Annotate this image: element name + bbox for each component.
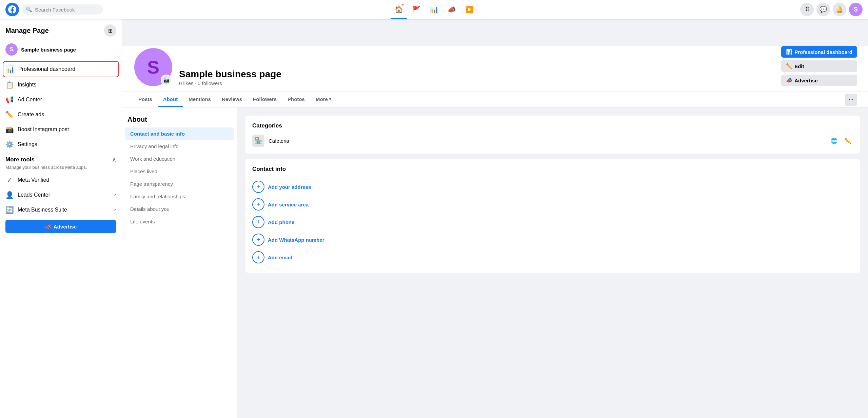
category-actions: 🌐 ✏️: [829, 135, 853, 146]
add-service-area-label: Add service area: [268, 202, 309, 207]
top-navigation: 🔍 🏠 🚩 📊 📣 ▶️ ⠿ 💬 🔔 S: [0, 0, 868, 19]
sidebar-item-leads-center[interactable]: 👤 Leads Center ↗: [3, 187, 119, 202]
about-nav-details-about[interactable]: Details about you: [125, 203, 234, 215]
search-bar[interactable]: 🔍: [22, 4, 103, 15]
more-tools-title: More tools: [5, 156, 35, 163]
tab-mentions[interactable]: Mentions: [183, 92, 216, 107]
cover-photo: [122, 19, 868, 46]
tabs-ellipsis-button[interactable]: ···: [845, 94, 857, 106]
edit-icon: ✏️: [786, 63, 792, 69]
play-icon: ▶️: [465, 5, 474, 14]
contact-item-email[interactable]: + Add email: [252, 248, 853, 266]
about-main: Categories 🏪 Cafeteria 🌐 ✏️: [237, 107, 868, 418]
sidebar-label-leads-center: Leads Center: [18, 192, 50, 198]
tab-about[interactable]: About: [158, 92, 183, 107]
about-nav-work-education[interactable]: Work and education: [125, 153, 234, 165]
avatar-letter: S: [147, 57, 159, 78]
sidebar-label-meta-verified: Meta Verified: [18, 177, 49, 183]
pencil-icon: ✏️: [844, 138, 851, 144]
sidebar-page-item[interactable]: S Sample business page: [3, 41, 119, 58]
facebook-logo[interactable]: [5, 3, 19, 16]
ellipsis-icon: ···: [849, 97, 853, 103]
advertise-header-button[interactable]: 📣 Advertise: [781, 75, 857, 86]
nav-play-button[interactable]: ▶️: [461, 1, 477, 18]
search-input[interactable]: [35, 7, 99, 13]
about-section-title: About: [122, 113, 237, 127]
professional-dashboard-button[interactable]: 📊 Professional dashboard: [781, 46, 857, 58]
nav-megaphone-button[interactable]: 📣: [443, 1, 460, 18]
nav-home-button[interactable]: 🏠: [391, 1, 407, 18]
advertise-header-label: Advertise: [794, 78, 817, 83]
category-globe-button[interactable]: 🌐: [829, 135, 840, 146]
nav-right: ⠿ 💬 🔔 S: [800, 3, 863, 16]
sidebar-item-boost-instagram[interactable]: 📸 Boost Instagram post: [3, 122, 119, 137]
tab-followers[interactable]: Followers: [248, 92, 282, 107]
advertise-megaphone-icon: 📣: [45, 223, 52, 230]
about-nav-privacy-legal[interactable]: Privacy and legal info: [125, 140, 234, 153]
about-nav-family-relationships[interactable]: Family and relationships: [125, 190, 234, 203]
tab-reviews[interactable]: Reviews: [216, 92, 248, 107]
sidebar-item-meta-business-suite[interactable]: 🔄 Meta Business Suite ↗: [3, 202, 119, 217]
sidebar-label-ad-center: Ad Center: [18, 97, 42, 103]
advertise-header-icon: 📣: [786, 77, 792, 83]
about-nav-places-lived[interactable]: Places lived: [125, 165, 234, 178]
sidebar-label-create-ads: Create ads: [18, 112, 44, 118]
add-service-area-icon: +: [252, 198, 264, 211]
settings-icon: ⚙️: [5, 140, 14, 148]
create-ads-icon: ✏️: [5, 111, 14, 119]
notifications-button[interactable]: 🔔: [833, 3, 846, 16]
categories-section: Categories 🏪 Cafeteria 🌐 ✏️: [245, 116, 860, 154]
sidebar-menu: 📊 Professional dashboard 📋 Insights 📢 Ad…: [3, 61, 119, 152]
user-avatar-button[interactable]: S: [849, 3, 863, 16]
sidebar-item-professional-dashboard[interactable]: 📊 Professional dashboard: [3, 61, 119, 77]
sidebar-menu-icon-button[interactable]: ⊞: [104, 24, 116, 37]
profile-stats: 0 likes · 0 followers: [179, 80, 776, 86]
contact-item-address[interactable]: + Add your address: [252, 178, 853, 196]
meta-verified-icon: ✓: [5, 176, 14, 184]
stat-separator: ·: [195, 80, 198, 86]
tabs-list: Posts About Mentions Reviews Followers P…: [133, 92, 337, 107]
add-address-icon: +: [252, 181, 264, 193]
about-nav-page-transparency[interactable]: Page transparency: [125, 178, 234, 190]
category-name: Cafeteria: [269, 138, 825, 144]
nav-center: 🏠 🚩 📊 📣 ▶️: [391, 1, 477, 18]
leads-center-icon: 👤: [5, 191, 14, 199]
professional-dashboard-label: Professional dashboard: [794, 49, 852, 55]
globe-icon: 🌐: [831, 138, 837, 144]
contact-item-service-area[interactable]: + Add service area: [252, 196, 853, 213]
sidebar-title: Manage Page: [5, 27, 49, 35]
nav-flag-button[interactable]: 🚩: [408, 1, 425, 18]
sidebar-item-insights[interactable]: 📋 Insights: [3, 77, 119, 92]
sidebar-item-settings[interactable]: ⚙️ Settings: [3, 137, 119, 152]
about-nav-life-events[interactable]: Life events: [125, 215, 234, 228]
camera-button[interactable]: 📷: [161, 75, 172, 85]
category-edit-button[interactable]: ✏️: [842, 135, 853, 146]
grid-menu-button[interactable]: ⠿: [800, 3, 814, 16]
profile-followers: 0 followers: [198, 80, 222, 86]
messenger-button[interactable]: 💬: [816, 3, 830, 16]
tab-posts[interactable]: Posts: [133, 92, 158, 107]
profile-likes: 0 likes: [179, 80, 194, 86]
sidebar-item-meta-verified[interactable]: ✓ Meta Verified: [3, 173, 119, 187]
contact-item-whatsapp[interactable]: + Add WhatsApp number: [252, 231, 853, 248]
sidebar-item-ad-center[interactable]: 📢 Ad Center: [3, 92, 119, 107]
edit-label: Edit: [794, 63, 804, 69]
chevron-up-icon: ∧: [112, 156, 116, 163]
sidebar: Manage Page ⊞ S Sample business page 📊 P…: [0, 19, 122, 418]
about-nav-contact-basic[interactable]: Contact and basic info: [125, 127, 234, 140]
edit-button[interactable]: ✏️ Edit: [781, 60, 857, 72]
profile-info-bar: S 📷 Sample business page 0 likes · 0 fol…: [122, 46, 868, 92]
nav-left: 🔍: [5, 3, 103, 16]
contact-item-phone[interactable]: + Add phone: [252, 213, 853, 231]
sidebar-label-settings: Settings: [18, 141, 37, 147]
sidebar-item-create-ads[interactable]: ✏️ Create ads: [3, 107, 119, 122]
add-email-label: Add email: [268, 255, 292, 260]
add-address-label: Add your address: [268, 184, 311, 190]
notification-dot: [401, 3, 404, 6]
tab-more[interactable]: More ▾: [310, 92, 337, 107]
sidebar-advertise-button[interactable]: 📣 Advertise: [5, 220, 116, 233]
nav-stats-button[interactable]: 📊: [426, 1, 442, 18]
categories-title: Categories: [252, 122, 853, 129]
search-icon: 🔍: [26, 6, 32, 13]
tab-photos[interactable]: Photos: [282, 92, 310, 107]
